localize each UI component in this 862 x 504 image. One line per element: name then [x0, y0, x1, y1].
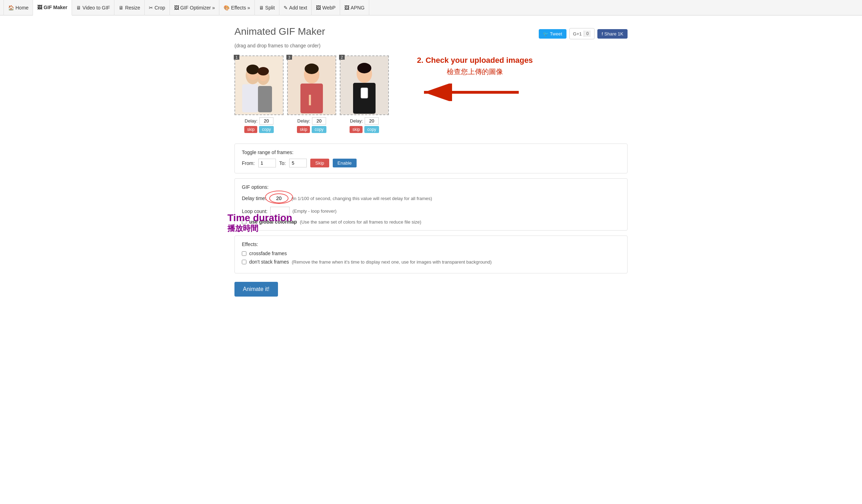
- svg-rect-4: [258, 86, 272, 112]
- gif-options-title: GIF options:: [242, 184, 620, 190]
- svg-rect-3: [242, 84, 258, 112]
- to-label: To:: [279, 160, 286, 166]
- split-icon: 🖥: [259, 5, 264, 11]
- range-enable-button[interactable]: Enable: [333, 159, 357, 167]
- nav-home[interactable]: 🏠 Home: [4, 0, 33, 15]
- frame-controls-1: skip copy: [244, 126, 274, 133]
- main-nav: 🏠 Home 🖼 GIF Maker 🖥 Video to GIF 🖥 Resi…: [0, 0, 862, 15]
- stack-checkbox[interactable]: [242, 260, 246, 264]
- frame-photo-1: [235, 56, 283, 114]
- gif-maker-icon: 🖼: [37, 5, 42, 10]
- crop-icon: ✂: [149, 5, 153, 11]
- toggle-range-section: Toggle range of frames: From: To: Skip E…: [234, 144, 628, 173]
- home-icon: 🏠: [8, 5, 14, 11]
- check-label-en: 2. Check your uploaded images: [417, 55, 533, 66]
- nav-resize[interactable]: 🖥 Resize: [114, 0, 145, 15]
- title-block: Animated GIF Maker: [234, 26, 325, 37]
- nav-apng[interactable]: 🖼 APNG: [340, 0, 369, 15]
- animate-button[interactable]: Animate it!: [234, 282, 278, 297]
- colormap-row: use global colormap (Use the same set of…: [242, 219, 620, 225]
- page-title: Animated GIF Maker: [234, 26, 325, 37]
- from-input[interactable]: [258, 159, 276, 167]
- delay-time-input[interactable]: [269, 193, 289, 203]
- nav-add-text[interactable]: ✎ Add text: [279, 0, 312, 15]
- frame-image-3[interactable]: [287, 55, 336, 115]
- svg-point-8: [258, 67, 269, 75]
- toggle-range-row: From: To: Skip Enable: [242, 159, 620, 167]
- to-input[interactable]: [289, 159, 307, 167]
- frame-controls-3: skip copy: [297, 126, 326, 133]
- frame-number-2: 2: [339, 55, 345, 60]
- optimizer-icon: 🖼: [174, 5, 179, 11]
- nav-effects[interactable]: 🎨 Effects »: [219, 0, 254, 15]
- frames-section: 1: [234, 55, 628, 133]
- copy-button-3[interactable]: copy: [312, 126, 326, 133]
- frame-photo-2: [340, 56, 388, 114]
- arrow-svg: [417, 84, 522, 101]
- delay-input-1[interactable]: [259, 117, 273, 125]
- crossfade-row: crossfade frames: [242, 251, 620, 256]
- skip-button-2[interactable]: skip: [350, 126, 363, 133]
- copy-button-1[interactable]: copy: [259, 126, 273, 133]
- svg-point-7: [246, 65, 259, 74]
- delay-time-wrapper: [269, 193, 289, 203]
- gplus-button[interactable]: G+1 0: [569, 28, 595, 39]
- header-row: Animated GIF Maker 🐦 Tweet G+1 0 f Share…: [234, 26, 628, 39]
- time-annotation: Time duration 播放時間: [227, 212, 292, 233]
- social-buttons: 🐦 Tweet G+1 0 f Share 1K: [539, 28, 628, 39]
- nav-webp[interactable]: 🖼 WebP: [312, 0, 340, 15]
- delay-time-row: Delay time: (in 1/100 of second, changin…: [242, 193, 620, 203]
- nav-gif-maker[interactable]: 🖼 GIF Maker: [33, 0, 72, 15]
- twitter-icon: 🐦: [543, 31, 549, 37]
- delay-time-label: Delay time:: [242, 195, 266, 201]
- crossfade-checkbox[interactable]: [242, 251, 246, 256]
- svg-rect-20: [361, 88, 368, 98]
- delay-row-1: Delay:: [245, 117, 273, 125]
- frame-image-2[interactable]: [340, 55, 389, 115]
- svg-point-19: [357, 63, 371, 73]
- apng-icon: 🖼: [344, 5, 349, 11]
- skip-button-3[interactable]: skip: [297, 126, 310, 133]
- tweet-button[interactable]: 🐦 Tweet: [539, 29, 566, 39]
- time-label-zh: 播放時間: [227, 224, 292, 233]
- nav-crop[interactable]: ✂ Crop: [145, 0, 170, 15]
- effects-title: Effects:: [242, 241, 620, 247]
- video-icon: 🖥: [76, 5, 81, 11]
- range-skip-button[interactable]: Skip: [310, 159, 329, 167]
- frame-controls-2: skip copy: [350, 126, 379, 133]
- delay-input-3[interactable]: [312, 117, 326, 125]
- toggle-range-title: Toggle range of frames:: [242, 150, 620, 155]
- arrow-container: [417, 84, 533, 102]
- facebook-icon: f: [602, 31, 603, 37]
- stack-hint: (Remove the frame when it's time to disp…: [292, 259, 492, 265]
- frame-item-3: 3 Delay: skip: [287, 55, 336, 133]
- delay-input-2[interactable]: [365, 117, 379, 125]
- delay-label-3: Delay:: [297, 118, 310, 124]
- colormap-hint: (Use the same set of colors for all fram…: [300, 219, 421, 225]
- time-label-en: Time duration: [227, 212, 292, 224]
- delay-label-1: Delay:: [245, 118, 258, 124]
- frame-number-3: 3: [286, 55, 292, 60]
- svg-rect-11: [300, 84, 323, 113]
- svg-point-13: [305, 64, 319, 74]
- subtitle: (drag and drop frames to change order): [234, 43, 628, 48]
- check-annotation: 2. Check your uploaded images 檢查您上傳的圖像: [417, 55, 533, 102]
- frame-number-1: 1: [234, 55, 239, 60]
- facebook-share-button[interactable]: f Share 1K: [597, 29, 628, 39]
- copy-button-2[interactable]: copy: [364, 126, 379, 133]
- nav-gif-optimizer[interactable]: 🖼 GIF Optimizer »: [170, 0, 220, 15]
- stack-label: don't stack frames: [249, 259, 289, 265]
- delay-time-hint: (in 1/100 of second, changing this value…: [291, 196, 432, 201]
- delay-label-2: Delay:: [350, 118, 363, 124]
- skip-button-1[interactable]: skip: [244, 126, 257, 133]
- delay-row-3: Delay:: [297, 117, 326, 125]
- frame-image-1[interactable]: [234, 55, 284, 115]
- nav-split[interactable]: 🖥 Split: [255, 0, 279, 15]
- effects-icon: 🎨: [224, 5, 230, 11]
- nav-video-to-gif[interactable]: 🖥 Video to GIF: [72, 0, 114, 15]
- loop-count-row: Loop count: (Empty - loop forever): [242, 207, 620, 215]
- svg-rect-14: [309, 95, 311, 105]
- resize-icon: 🖥: [119, 5, 124, 11]
- loop-count-hint: (Empty - loop forever): [292, 208, 337, 214]
- gif-options-section: GIF options: Delay time: (in 1/100 of se…: [234, 178, 628, 231]
